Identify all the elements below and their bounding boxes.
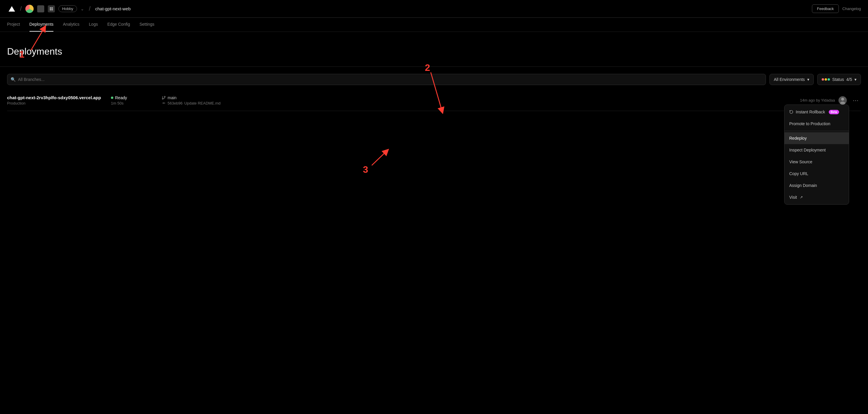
nav-separator: / [20,5,22,12]
search-wrapper: 🔍 [7,74,766,85]
svg-point-5 [164,96,165,97]
svg-rect-0 [50,7,51,8]
chevron-down-icon: ▾ [855,77,857,82]
rollback-icon [789,110,793,114]
more-options-button[interactable]: ⋯ [850,96,861,105]
menu-item-label: View Source [789,159,812,164]
deployment-url[interactable]: chat-gpt-next-2rv3hplfo-sdxy0506.vercel.… [7,95,101,100]
branch-name: main [162,95,238,100]
project-name: chat-gpt-next-web [95,6,131,11]
chevron-down-icon: ⌄ [81,6,84,11]
menu-item-visit[interactable]: Visit ↗ [784,191,849,203]
table-row: chat-gpt-next-2rv3hplfo-sdxy0506.vercel.… [7,90,861,111]
commit-hash: 563eb96 [167,101,183,106]
deployment-env: Production [7,101,101,106]
status-dot-red [822,78,824,81]
deployment-branch: main 563eb96 Update README.md [162,95,238,106]
project-separator: / [89,5,91,12]
svg-line-17 [372,151,386,165]
menu-divider [784,131,849,131]
menu-item-label: Inspect Deployment [789,148,826,152]
page-header: Deployments [0,32,868,67]
tab-analytics[interactable]: Analytics [63,18,80,32]
search-input[interactable] [7,74,766,85]
feedback-button[interactable]: Feedback [812,4,839,13]
context-menu: Instant Rollback Beta Promote to Product… [784,105,849,205]
status-indicator [111,96,113,99]
svg-rect-2 [50,9,51,10]
filters-row: 🔍 All Environments ▾ Status 4/5 ▾ [0,67,868,90]
search-icon: 🔍 [11,77,16,82]
tab-logs[interactable]: Logs [89,18,98,32]
menu-item-copy-url[interactable]: Copy URL [784,168,849,180]
svg-rect-1 [51,7,53,8]
hobby-badge: Hobby [58,5,77,12]
beta-badge: Beta [829,110,839,114]
deployment-info: chat-gpt-next-2rv3hplfo-sdxy0506.vercel.… [7,95,101,106]
menu-item-label: Copy URL [789,171,808,176]
status-dots [822,78,830,81]
svg-rect-3 [51,9,53,10]
menu-item-label: Promote to Production [789,121,830,126]
external-link-icon: ↗ [800,195,803,199]
commit-message: Update README.md [184,101,221,106]
vercel-logo[interactable] [7,4,17,13]
svg-text:3: 3 [363,164,368,175]
top-nav-right: Feedback Changelog [812,4,861,13]
avatar-image [838,96,847,105]
menu-item-redeploy[interactable]: Redeploy [784,132,849,144]
tab-edge-config[interactable]: Edge Config [107,18,130,32]
status-filter[interactable]: Status 4/5 ▾ [817,74,861,85]
tab-project[interactable]: Project [7,18,20,32]
menu-item-inspect[interactable]: Inspect Deployment [784,144,849,156]
menu-item-view-source[interactable]: View Source [784,156,849,168]
menu-item-assign-domain[interactable]: Assign Domain [784,180,849,191]
menu-item-label: Instant Rollback [796,110,825,114]
branch-label: main [167,95,177,100]
environment-label: All Environments [774,77,805,82]
status-dot-green [828,78,830,81]
status-ready: Ready [111,95,152,100]
sub-nav: Project Deployments Analytics Logs Edge … [0,18,868,32]
deployment-duration: 1m 50s [111,101,152,106]
team-icon-2 [48,5,55,12]
status-label: Status [832,77,844,82]
team-icon-1 [37,5,44,12]
team-avatar[interactable] [25,5,34,13]
commit-icon [162,101,166,105]
tab-deployments[interactable]: Deployments [30,18,54,32]
environment-dropdown[interactable]: All Environments ▾ [770,74,814,85]
deployment-time: 14m ago by Yidadaa [800,98,835,102]
top-nav: / Hobby ⌄ / chat-gpt-next-web Feedback C… [0,0,868,18]
menu-item-instant-rollback[interactable]: Instant Rollback Beta [784,106,849,118]
svg-point-6 [162,98,163,99]
svg-point-11 [841,98,844,101]
chevron-down-icon: ▾ [807,77,809,82]
svg-point-7 [163,102,164,104]
deployments-list: chat-gpt-next-2rv3hplfo-sdxy0506.vercel.… [0,90,868,111]
page-title: Deployments [7,46,861,57]
commit-info: 563eb96 Update README.md [162,101,238,106]
changelog-link[interactable]: Changelog [842,6,861,11]
menu-item-label: Visit [789,195,797,200]
menu-item-label: Redeploy [789,136,807,141]
avatar [838,96,847,105]
status-dot-yellow [825,78,827,81]
branch-icon [162,96,166,100]
menu-item-promote[interactable]: Promote to Production [784,118,849,130]
tab-settings[interactable]: Settings [140,18,155,32]
menu-item-label: Assign Domain [789,183,817,188]
deployment-meta: 14m ago by Yidadaa ⋯ [800,96,861,105]
deployment-status: Ready 1m 50s [111,95,152,106]
status-text: Ready [115,95,127,100]
status-count: 4/5 [846,77,852,82]
